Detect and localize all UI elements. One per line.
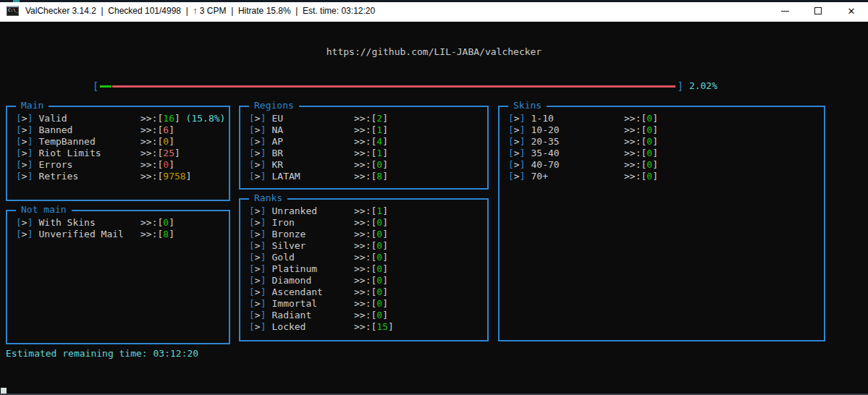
minimize-button[interactable] <box>768 0 801 22</box>
stat-value: 15 <box>376 321 388 332</box>
stat-row-value-cell: >>:[0] <box>354 263 388 275</box>
progress-open-bracket: [ <box>93 80 98 92</box>
stat-label: 10-20 <box>531 124 559 136</box>
stat-label: Retries <box>38 171 78 182</box>
stat-row-value-cell: >>:[8] <box>354 171 388 182</box>
close-icon: ✕ <box>848 7 856 16</box>
stat-row-label-cell: [>]40-70 <box>508 159 624 171</box>
maximize-button[interactable] <box>801 0 835 22</box>
marker-open-bracket: [ <box>249 263 255 275</box>
value-close: ] <box>186 171 192 182</box>
marker-open-bracket: [ <box>249 310 255 321</box>
stat-row: [>]Immortal >>:[0] <box>249 298 487 310</box>
value-open: >>:[ <box>354 171 376 182</box>
marker-close-bracket: ] <box>261 171 266 182</box>
value-open: >>:[ <box>140 113 163 124</box>
stat-label: EU <box>271 113 283 124</box>
stat-row: [>]Iron >>:[0] <box>249 217 487 229</box>
marker-arrow-icon: > <box>22 113 28 124</box>
value-open: >>:[ <box>354 298 376 309</box>
regions-box-rows: [>]EU >>:[2] [>]NA >>:[1] [>]AP >>:[4] [… <box>240 107 487 182</box>
value-open: >>:[ <box>140 171 163 182</box>
marker-open-bracket: [ <box>508 171 514 182</box>
value-close: ] <box>382 286 388 297</box>
marker-close-bracket: ] <box>261 229 266 240</box>
stat-row-value-cell: >>:[6] <box>140 124 174 136</box>
not-main-box: Not main [>]With Skins >>:[0] [>]Unverif… <box>6 210 230 344</box>
value-open: >>:[ <box>624 124 646 135</box>
close-button[interactable]: ✕ <box>835 0 868 22</box>
value-close: ] <box>388 321 394 332</box>
value-close: ] <box>382 310 388 320</box>
titlebar: C:\_ ValChecker 3.14.2 | Checked 101/499… <box>0 0 868 22</box>
marker-open-bracket: [ <box>16 148 22 159</box>
value-close: ] <box>382 113 388 124</box>
stat-label: AP <box>271 136 283 148</box>
regions-box: Regions [>]EU >>:[2] [>]NA >>:[1] [>]AP … <box>239 106 489 190</box>
marker-arrow-icon: > <box>255 205 261 217</box>
stat-row-value-cell: >>:[1] <box>354 148 388 159</box>
value-open: >>:[ <box>354 310 376 320</box>
stat-value: 6 <box>163 124 169 135</box>
value-close: ] <box>169 229 174 239</box>
stat-row: [>]TempBanned >>:[0] <box>16 136 229 148</box>
marker-open-bracket: [ <box>249 148 255 159</box>
marker-close-bracket: ] <box>261 136 266 148</box>
stat-row: [>]AP >>:[4] <box>249 136 487 148</box>
value-close: ] <box>382 217 388 228</box>
stat-value: 0 <box>163 159 169 170</box>
marker-arrow-icon: > <box>22 124 28 136</box>
stat-label: BR <box>271 148 283 159</box>
marker-arrow-icon: > <box>255 171 261 182</box>
value-close: ] <box>382 275 388 286</box>
stat-label: Unverified Mail <box>38 229 123 240</box>
stat-label: Ascendant <box>271 286 322 298</box>
stat-row-value-cell: >>:[1] <box>354 205 388 217</box>
value-close: ] <box>382 159 388 170</box>
marker-open-bracket: [ <box>249 275 255 286</box>
stat-row-label-cell: [>]Immortal <box>249 298 354 310</box>
marker-arrow-icon: > <box>255 275 261 286</box>
marker-close-bracket: ] <box>520 136 526 148</box>
stat-row-label-cell: [>]Valid <box>16 113 140 124</box>
marker-arrow-icon: > <box>255 252 261 263</box>
value-open: >>:[ <box>140 124 163 135</box>
marker-arrow-icon: > <box>22 136 28 148</box>
skins-box: Skins [>]1-10 >>:[0] [>]10-20 >>:[0] [>]… <box>498 106 825 341</box>
progress-track <box>100 81 675 91</box>
stat-row-label-cell: [>]With Skins <box>16 217 140 229</box>
stat-value: 0 <box>646 136 652 147</box>
marker-arrow-icon: > <box>255 217 261 229</box>
value-close: ] <box>382 171 388 182</box>
marker-open-bracket: [ <box>16 113 22 124</box>
not-main-box-rows: [>]With Skins >>:[0] [>]Unverified Mail … <box>7 211 229 240</box>
stat-row: [>]Gold >>:[0] <box>249 252 487 263</box>
value-open: >>:[ <box>140 148 163 158</box>
stat-row-label-cell: [>]Silver <box>249 240 354 252</box>
marker-arrow-icon: > <box>255 286 261 298</box>
marker-close-bracket: ] <box>28 136 33 148</box>
marker-open-bracket: [ <box>508 113 514 124</box>
text-cursor <box>1 388 7 394</box>
maximize-icon <box>814 7 822 14</box>
stat-row: [>]Bronze >>:[0] <box>249 229 487 240</box>
marker-close-bracket: ] <box>28 217 33 229</box>
stat-value: 0 <box>376 252 382 263</box>
stat-row: [>]BR >>:[1] <box>249 148 487 159</box>
marker-open-bracket: [ <box>16 217 22 229</box>
skins-box-title: Skins <box>508 100 547 111</box>
marker-arrow-icon: > <box>255 263 261 275</box>
ranks-box: Ranks [>]Unranked >>:[1] [>]Iron >>:[0] … <box>239 198 489 341</box>
marker-close-bracket: ] <box>261 113 266 124</box>
stat-row-value-cell: >>:[0] <box>140 159 174 171</box>
stat-row-value-cell: >>:[0] <box>354 240 388 252</box>
marker-arrow-icon: > <box>255 148 261 159</box>
marker-open-bracket: [ <box>16 124 22 136</box>
stat-row-value-cell: >>:[16] (15.8%) <box>140 113 225 124</box>
stat-row: [>]LATAM >>:[8] <box>249 171 487 182</box>
stat-value: 0 <box>163 217 169 228</box>
stat-label: LATAM <box>271 171 300 182</box>
main-box: Main [>]Valid >>:[16] (15.8%) [>]Banned … <box>6 106 230 201</box>
stat-row-value-cell: >>:[0] <box>624 113 658 124</box>
progress-percent: 2.02% <box>689 80 717 92</box>
